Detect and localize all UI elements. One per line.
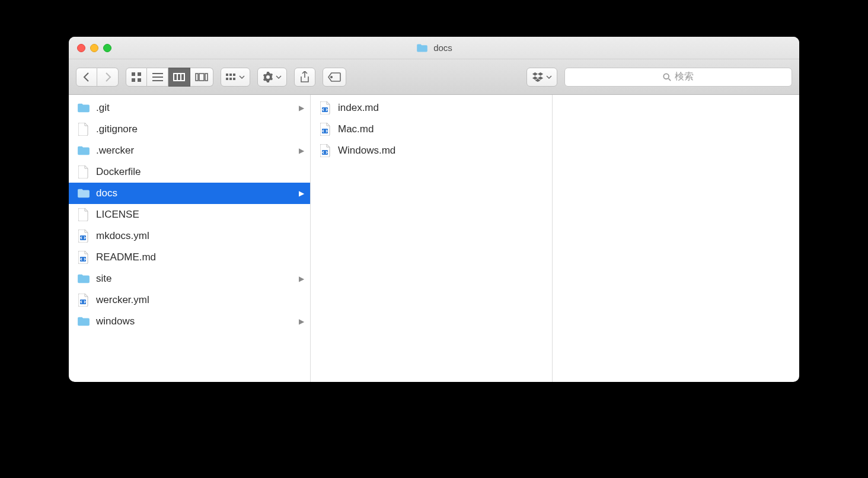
item-label: Mac.md [338, 123, 374, 135]
back-button[interactable] [76, 68, 97, 87]
folder-icon [77, 187, 90, 200]
tags-button[interactable] [323, 68, 346, 87]
column-view-button[interactable] [168, 68, 190, 87]
item-label: .git [96, 102, 110, 114]
folder-icon [77, 315, 90, 328]
column-0[interactable]: .git▶.gitignore.wercker▶Dockerfiledocs▶L… [69, 95, 311, 382]
code-file-icon [319, 144, 332, 157]
finder-window: docs [69, 37, 799, 382]
item-label: LICENSE [96, 209, 139, 221]
list-item[interactable]: Mac.md [311, 119, 552, 140]
item-label: .gitignore [96, 123, 138, 135]
search-field[interactable]: 検索 [564, 68, 792, 87]
column-browser: .git▶.gitignore.wercker▶Dockerfiledocs▶L… [69, 95, 799, 382]
disclosure-arrow-icon: ▶ [299, 317, 304, 326]
svg-rect-12 [205, 74, 208, 81]
svg-point-20 [663, 74, 669, 79]
svg-rect-7 [174, 74, 184, 81]
svg-rect-15 [233, 74, 235, 76]
code-file-icon [319, 123, 332, 136]
folder-icon [77, 101, 90, 114]
item-label: index.md [338, 102, 379, 114]
code-file-icon [77, 251, 90, 264]
item-label: mkdocs.yml [96, 230, 149, 242]
close-button[interactable] [77, 44, 85, 52]
svg-rect-13 [226, 74, 228, 76]
icon-view-button[interactable] [126, 68, 147, 87]
folder-icon [77, 144, 90, 157]
svg-rect-18 [233, 78, 235, 80]
disclosure-arrow-icon: ▶ [299, 275, 304, 283]
item-label: Windows.md [338, 145, 395, 157]
arrange-button[interactable] [221, 68, 250, 87]
list-item[interactable]: README.md [69, 247, 310, 268]
nav-buttons [76, 68, 119, 87]
item-label: wercker.yml [96, 294, 149, 306]
svg-rect-0 [132, 72, 135, 76]
list-item[interactable]: mkdocs.yml [69, 225, 310, 247]
disclosure-arrow-icon: ▶ [299, 146, 304, 155]
view-mode-buttons [126, 68, 213, 87]
svg-point-19 [331, 76, 333, 78]
file-icon [77, 165, 90, 179]
item-label: site [96, 273, 111, 285]
svg-line-21 [669, 78, 671, 81]
file-icon [77, 123, 90, 136]
window-title: docs [69, 42, 799, 55]
item-label: Dockerfile [96, 166, 141, 178]
list-item[interactable]: windows▶ [69, 311, 310, 332]
search-placeholder: 検索 [675, 71, 694, 83]
folder-icon [416, 42, 429, 55]
list-item[interactable]: Dockerfile [69, 161, 310, 183]
svg-rect-14 [229, 74, 232, 76]
item-label: docs [96, 187, 117, 199]
traffic-lights [69, 44, 111, 52]
titlebar: docs [69, 37, 799, 59]
svg-rect-1 [138, 72, 141, 76]
svg-rect-2 [132, 78, 135, 82]
disclosure-arrow-icon: ▶ [299, 189, 304, 197]
search-icon [663, 73, 671, 81]
minimize-button[interactable] [90, 44, 98, 52]
item-label: .wercker [96, 145, 134, 157]
folder-icon [77, 272, 90, 285]
list-item[interactable]: LICENSE [69, 204, 310, 225]
list-item[interactable]: Windows.md [311, 140, 552, 161]
disclosure-arrow-icon: ▶ [299, 104, 304, 112]
forward-button[interactable] [97, 68, 119, 87]
code-file-icon [77, 294, 90, 307]
column-1[interactable]: index.mdMac.mdWindows.md [311, 95, 553, 382]
list-item[interactable]: .gitignore [69, 119, 310, 140]
dropbox-button[interactable] [526, 68, 557, 87]
toolbar: 検索 [69, 59, 799, 95]
list-view-button[interactable] [147, 68, 168, 87]
window-title-text: docs [433, 43, 452, 53]
svg-rect-11 [199, 74, 204, 81]
list-item[interactable]: docs▶ [69, 183, 310, 204]
item-label: windows [96, 316, 135, 327]
svg-rect-3 [138, 78, 141, 82]
gallery-view-button[interactable] [190, 68, 213, 87]
action-button[interactable] [257, 68, 287, 87]
list-item[interactable]: site▶ [69, 268, 310, 289]
code-file-icon [77, 230, 90, 243]
svg-rect-16 [226, 78, 228, 80]
zoom-button[interactable] [103, 44, 111, 52]
list-item[interactable]: .git▶ [69, 97, 310, 119]
svg-rect-17 [229, 78, 232, 80]
list-item[interactable]: wercker.yml [69, 289, 310, 311]
item-label: README.md [96, 251, 156, 263]
column-2[interactable] [553, 95, 799, 382]
share-button[interactable] [294, 68, 315, 87]
list-item[interactable]: index.md [311, 97, 552, 119]
code-file-icon [319, 101, 332, 114]
svg-rect-10 [196, 74, 198, 81]
file-icon [77, 208, 90, 221]
list-item[interactable]: .wercker▶ [69, 140, 310, 161]
